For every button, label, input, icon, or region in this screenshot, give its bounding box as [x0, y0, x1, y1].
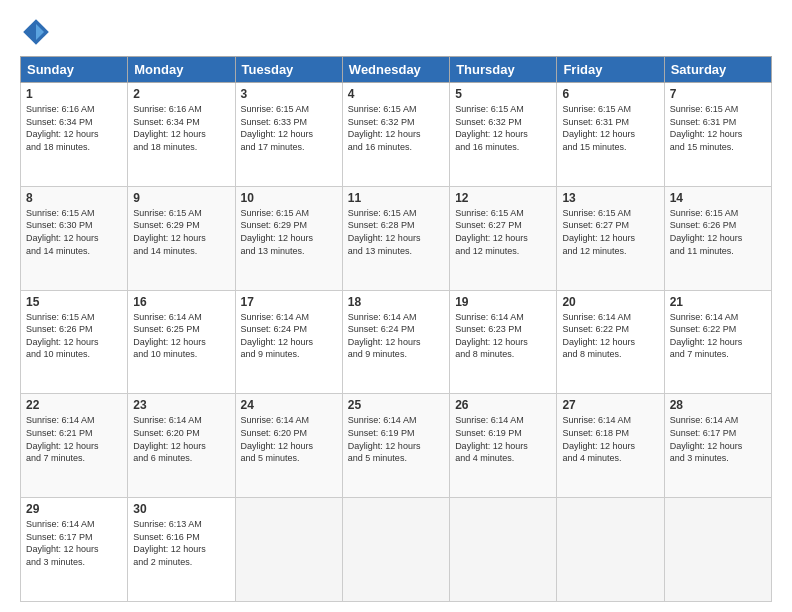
weekday-header-row: SundayMondayTuesdayWednesdayThursdayFrid… [21, 57, 772, 83]
day-info: Sunrise: 6:14 AM Sunset: 6:18 PM Dayligh… [562, 414, 658, 464]
calendar-cell: 20Sunrise: 6:14 AM Sunset: 6:22 PM Dayli… [557, 290, 664, 394]
calendar-cell: 21Sunrise: 6:14 AM Sunset: 6:22 PM Dayli… [664, 290, 771, 394]
day-number: 23 [133, 398, 229, 412]
day-number: 4 [348, 87, 444, 101]
calendar-cell: 15Sunrise: 6:15 AM Sunset: 6:26 PM Dayli… [21, 290, 128, 394]
header [20, 16, 772, 48]
day-info: Sunrise: 6:15 AM Sunset: 6:27 PM Dayligh… [455, 207, 551, 257]
week-row-5: 29Sunrise: 6:14 AM Sunset: 6:17 PM Dayli… [21, 498, 772, 602]
calendar: SundayMondayTuesdayWednesdayThursdayFrid… [20, 56, 772, 602]
weekday-header-friday: Friday [557, 57, 664, 83]
weekday-header-saturday: Saturday [664, 57, 771, 83]
calendar-cell: 11Sunrise: 6:15 AM Sunset: 6:28 PM Dayli… [342, 186, 449, 290]
day-info: Sunrise: 6:14 AM Sunset: 6:24 PM Dayligh… [241, 311, 337, 361]
week-row-2: 8Sunrise: 6:15 AM Sunset: 6:30 PM Daylig… [21, 186, 772, 290]
day-info: Sunrise: 6:14 AM Sunset: 6:25 PM Dayligh… [133, 311, 229, 361]
day-info: Sunrise: 6:14 AM Sunset: 6:19 PM Dayligh… [455, 414, 551, 464]
day-number: 12 [455, 191, 551, 205]
week-row-3: 15Sunrise: 6:15 AM Sunset: 6:26 PM Dayli… [21, 290, 772, 394]
calendar-cell: 2Sunrise: 6:16 AM Sunset: 6:34 PM Daylig… [128, 83, 235, 187]
day-info: Sunrise: 6:14 AM Sunset: 6:22 PM Dayligh… [670, 311, 766, 361]
day-number: 13 [562, 191, 658, 205]
calendar-cell: 17Sunrise: 6:14 AM Sunset: 6:24 PM Dayli… [235, 290, 342, 394]
day-info: Sunrise: 6:14 AM Sunset: 6:24 PM Dayligh… [348, 311, 444, 361]
calendar-cell [235, 498, 342, 602]
day-number: 14 [670, 191, 766, 205]
day-number: 11 [348, 191, 444, 205]
calendar-cell: 27Sunrise: 6:14 AM Sunset: 6:18 PM Dayli… [557, 394, 664, 498]
calendar-cell: 3Sunrise: 6:15 AM Sunset: 6:33 PM Daylig… [235, 83, 342, 187]
logo-icon [20, 16, 52, 48]
weekday-header-wednesday: Wednesday [342, 57, 449, 83]
day-number: 3 [241, 87, 337, 101]
day-info: Sunrise: 6:13 AM Sunset: 6:16 PM Dayligh… [133, 518, 229, 568]
day-info: Sunrise: 6:15 AM Sunset: 6:33 PM Dayligh… [241, 103, 337, 153]
day-number: 16 [133, 295, 229, 309]
calendar-cell: 13Sunrise: 6:15 AM Sunset: 6:27 PM Dayli… [557, 186, 664, 290]
day-number: 25 [348, 398, 444, 412]
calendar-cell: 29Sunrise: 6:14 AM Sunset: 6:17 PM Dayli… [21, 498, 128, 602]
day-number: 8 [26, 191, 122, 205]
day-number: 18 [348, 295, 444, 309]
day-info: Sunrise: 6:15 AM Sunset: 6:26 PM Dayligh… [670, 207, 766, 257]
day-info: Sunrise: 6:15 AM Sunset: 6:27 PM Dayligh… [562, 207, 658, 257]
day-info: Sunrise: 6:15 AM Sunset: 6:29 PM Dayligh… [133, 207, 229, 257]
week-row-4: 22Sunrise: 6:14 AM Sunset: 6:21 PM Dayli… [21, 394, 772, 498]
day-number: 30 [133, 502, 229, 516]
day-info: Sunrise: 6:15 AM Sunset: 6:29 PM Dayligh… [241, 207, 337, 257]
calendar-cell [664, 498, 771, 602]
day-number: 7 [670, 87, 766, 101]
day-info: Sunrise: 6:14 AM Sunset: 6:17 PM Dayligh… [670, 414, 766, 464]
day-number: 6 [562, 87, 658, 101]
calendar-cell: 23Sunrise: 6:14 AM Sunset: 6:20 PM Dayli… [128, 394, 235, 498]
calendar-cell: 18Sunrise: 6:14 AM Sunset: 6:24 PM Dayli… [342, 290, 449, 394]
calendar-cell: 24Sunrise: 6:14 AM Sunset: 6:20 PM Dayli… [235, 394, 342, 498]
calendar-cell: 4Sunrise: 6:15 AM Sunset: 6:32 PM Daylig… [342, 83, 449, 187]
day-number: 21 [670, 295, 766, 309]
day-info: Sunrise: 6:14 AM Sunset: 6:22 PM Dayligh… [562, 311, 658, 361]
calendar-cell: 14Sunrise: 6:15 AM Sunset: 6:26 PM Dayli… [664, 186, 771, 290]
calendar-cell: 1Sunrise: 6:16 AM Sunset: 6:34 PM Daylig… [21, 83, 128, 187]
day-number: 15 [26, 295, 122, 309]
calendar-cell [450, 498, 557, 602]
day-number: 1 [26, 87, 122, 101]
day-info: Sunrise: 6:15 AM Sunset: 6:31 PM Dayligh… [670, 103, 766, 153]
day-number: 19 [455, 295, 551, 309]
weekday-header-monday: Monday [128, 57, 235, 83]
weekday-header-thursday: Thursday [450, 57, 557, 83]
day-number: 17 [241, 295, 337, 309]
calendar-cell: 28Sunrise: 6:14 AM Sunset: 6:17 PM Dayli… [664, 394, 771, 498]
page: SundayMondayTuesdayWednesdayThursdayFrid… [0, 0, 792, 612]
day-number: 5 [455, 87, 551, 101]
calendar-cell: 6Sunrise: 6:15 AM Sunset: 6:31 PM Daylig… [557, 83, 664, 187]
calendar-cell [557, 498, 664, 602]
calendar-cell: 5Sunrise: 6:15 AM Sunset: 6:32 PM Daylig… [450, 83, 557, 187]
day-number: 9 [133, 191, 229, 205]
calendar-cell: 10Sunrise: 6:15 AM Sunset: 6:29 PM Dayli… [235, 186, 342, 290]
day-number: 27 [562, 398, 658, 412]
calendar-cell: 9Sunrise: 6:15 AM Sunset: 6:29 PM Daylig… [128, 186, 235, 290]
day-number: 2 [133, 87, 229, 101]
day-info: Sunrise: 6:14 AM Sunset: 6:20 PM Dayligh… [241, 414, 337, 464]
day-info: Sunrise: 6:14 AM Sunset: 6:23 PM Dayligh… [455, 311, 551, 361]
day-info: Sunrise: 6:14 AM Sunset: 6:20 PM Dayligh… [133, 414, 229, 464]
calendar-cell: 25Sunrise: 6:14 AM Sunset: 6:19 PM Dayli… [342, 394, 449, 498]
day-number: 22 [26, 398, 122, 412]
day-info: Sunrise: 6:16 AM Sunset: 6:34 PM Dayligh… [133, 103, 229, 153]
day-number: 10 [241, 191, 337, 205]
day-info: Sunrise: 6:14 AM Sunset: 6:21 PM Dayligh… [26, 414, 122, 464]
day-number: 29 [26, 502, 122, 516]
day-info: Sunrise: 6:15 AM Sunset: 6:31 PM Dayligh… [562, 103, 658, 153]
weekday-header-sunday: Sunday [21, 57, 128, 83]
day-number: 26 [455, 398, 551, 412]
day-info: Sunrise: 6:14 AM Sunset: 6:19 PM Dayligh… [348, 414, 444, 464]
day-number: 24 [241, 398, 337, 412]
calendar-cell: 12Sunrise: 6:15 AM Sunset: 6:27 PM Dayli… [450, 186, 557, 290]
calendar-cell: 19Sunrise: 6:14 AM Sunset: 6:23 PM Dayli… [450, 290, 557, 394]
calendar-cell: 26Sunrise: 6:14 AM Sunset: 6:19 PM Dayli… [450, 394, 557, 498]
calendar-cell: 22Sunrise: 6:14 AM Sunset: 6:21 PM Dayli… [21, 394, 128, 498]
logo [20, 16, 56, 48]
day-number: 20 [562, 295, 658, 309]
day-info: Sunrise: 6:16 AM Sunset: 6:34 PM Dayligh… [26, 103, 122, 153]
day-info: Sunrise: 6:15 AM Sunset: 6:30 PM Dayligh… [26, 207, 122, 257]
